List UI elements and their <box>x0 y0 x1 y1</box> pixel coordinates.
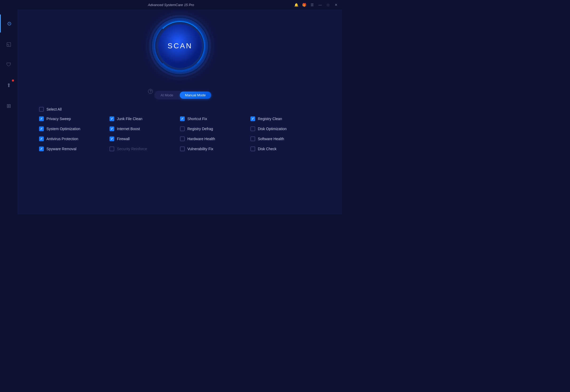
mode-help-icon[interactable]: ? <box>148 89 153 94</box>
checkbox-label-security-reinforce: Security Reinforce <box>117 147 147 151</box>
checkbox-vulnerability-fix[interactable] <box>180 147 185 151</box>
sidebar-item-toolbox[interactable]: ⊞ <box>0 97 18 115</box>
checkbox-label-disk-check: Disk Check <box>258 147 277 151</box>
checkbox-item-disk-optimization[interactable]: Disk Optimization <box>250 126 321 131</box>
checkbox-firewall[interactable] <box>110 136 114 141</box>
app-title-text: Advanced SystemCare 15 <box>148 3 189 7</box>
checkbox-label-registry-clean: Registry Clean <box>258 117 282 121</box>
checkbox-label-firewall: Firewall <box>117 137 130 141</box>
titlebar: Advanced SystemCare 15 Pro 🔔 🎁 ☰ — □ ✕ <box>0 0 342 10</box>
checkbox-item-firewall[interactable]: Firewall <box>110 136 180 141</box>
scan-button[interactable]: SCAN <box>151 17 209 75</box>
checkbox-label-disk-optimization: Disk Optimization <box>258 127 287 131</box>
checkbox-item-disk-check[interactable]: Disk Check <box>250 147 321 151</box>
checkbox-hardware-health[interactable] <box>180 136 185 141</box>
ai-mode-button[interactable]: AI Mode <box>155 92 178 99</box>
checkbox-label-system-optimization: System Optimization <box>46 127 80 131</box>
checkbox-spyware-removal[interactable] <box>39 147 44 151</box>
gift-icon[interactable]: 🎁 <box>301 2 307 8</box>
app-title: Advanced SystemCare 15 Pro <box>148 3 194 7</box>
mode-toggle: AI Mode Manual Mode <box>154 91 212 100</box>
window-controls: 🔔 🎁 ☰ — □ ✕ <box>293 0 339 10</box>
checkbox-label-software-health: Software Health <box>258 137 284 141</box>
checkbox-item-spyware-removal[interactable]: Spyware Removal <box>39 147 110 151</box>
checkbox-item-registry-defrag[interactable]: Registry Defrag <box>180 126 250 131</box>
sidebar-item-protection[interactable]: 🛡 <box>0 56 18 74</box>
shield-icon: 🛡 <box>6 62 11 68</box>
checkbox-privacy-sweep[interactable] <box>39 116 44 121</box>
checkbox-disk-check[interactable] <box>250 147 255 151</box>
checkbox-label-shortcut-fix: Shortcut Fix <box>187 117 207 121</box>
checkbox-label-junk-file-clean: Junk File Clean <box>117 117 142 121</box>
menu-icon[interactable]: ☰ <box>309 2 315 8</box>
checkbox-grid: Privacy SweepJunk File CleanShortcut Fix… <box>39 116 321 151</box>
checkbox-item-antivirus-protection[interactable]: Antivirus Protection <box>39 136 110 141</box>
main-content: SCAN ? AI Mode Manual Mode Select All Pr… <box>18 10 342 214</box>
checkbox-security-reinforce[interactable] <box>110 147 114 151</box>
scan-inner: SCAN <box>158 24 202 68</box>
home-icon: ⊙ <box>7 20 12 27</box>
checkbox-label-registry-defrag: Registry Defrag <box>187 127 213 131</box>
sidebar-item-home[interactable]: ⊙ <box>0 15 18 32</box>
checkbox-item-registry-clean[interactable]: Registry Clean <box>250 116 321 121</box>
select-all-row[interactable]: Select All <box>39 107 321 112</box>
checkbox-disk-optimization[interactable] <box>250 126 255 131</box>
mode-toggle-container: ? AI Mode Manual Mode <box>148 83 212 100</box>
checkbox-label-spyware-removal: Spyware Removal <box>46 147 77 151</box>
app-title-pro: Pro <box>189 3 194 7</box>
checkbox-item-privacy-sweep[interactable]: Privacy Sweep <box>39 116 110 121</box>
bell-icon[interactable]: 🔔 <box>293 2 299 8</box>
checkbox-junk-file-clean[interactable] <box>110 116 114 121</box>
checkbox-internet-boost[interactable] <box>110 126 114 131</box>
checkbox-item-security-reinforce[interactable]: Security Reinforce <box>110 147 180 151</box>
checkbox-item-vulnerability-fix[interactable]: Vulnerability Fix <box>180 147 250 151</box>
checkbox-label-internet-boost: Internet Boost <box>117 127 140 131</box>
scan-area: SCAN <box>151 17 209 75</box>
checkbox-software-health[interactable] <box>250 136 255 141</box>
performance-icon: ◱ <box>6 41 11 47</box>
checkbox-shortcut-fix[interactable] <box>180 116 185 121</box>
close-button[interactable]: ✕ <box>333 2 339 8</box>
checkbox-label-privacy-sweep: Privacy Sweep <box>46 117 71 121</box>
sidebar: ⊙ ◱ 🛡 ⬆ ⊞ <box>0 0 18 214</box>
scan-label: SCAN <box>168 42 192 50</box>
checkbox-antivirus-protection[interactable] <box>39 136 44 141</box>
manual-mode-button[interactable]: Manual Mode <box>180 92 211 99</box>
checkbox-label-hardware-health: Hardware Health <box>187 137 215 141</box>
sidebar-item-performance[interactable]: ◱ <box>0 35 18 53</box>
sidebar-item-update[interactable]: ⬆ <box>0 76 18 94</box>
checkbox-label-vulnerability-fix: Vulnerability Fix <box>187 147 213 151</box>
update-badge <box>12 79 14 82</box>
checkbox-item-hardware-health[interactable]: Hardware Health <box>180 136 250 141</box>
select-all-checkbox[interactable] <box>39 107 44 112</box>
checkbox-system-optimization[interactable] <box>39 126 44 131</box>
checkbox-item-internet-boost[interactable]: Internet Boost <box>110 126 180 131</box>
checkbox-label-antivirus-protection: Antivirus Protection <box>46 137 78 141</box>
checkbox-item-shortcut-fix[interactable]: Shortcut Fix <box>180 116 250 121</box>
checkbox-registry-defrag[interactable] <box>180 126 185 131</box>
select-all-label: Select All <box>46 107 62 111</box>
toolbox-icon: ⊞ <box>7 103 11 109</box>
checkbox-item-software-health[interactable]: Software Health <box>250 136 321 141</box>
maximize-button[interactable]: □ <box>325 2 331 8</box>
checkbox-item-system-optimization[interactable]: System Optimization <box>39 126 110 131</box>
checkbox-item-junk-file-clean[interactable]: Junk File Clean <box>110 116 180 121</box>
checkbox-registry-clean[interactable] <box>250 116 255 121</box>
checkboxes-area: Select All Privacy SweepJunk File CleanS… <box>18 102 342 151</box>
minimize-button[interactable]: — <box>317 2 323 8</box>
update-icon: ⬆ <box>7 82 11 88</box>
